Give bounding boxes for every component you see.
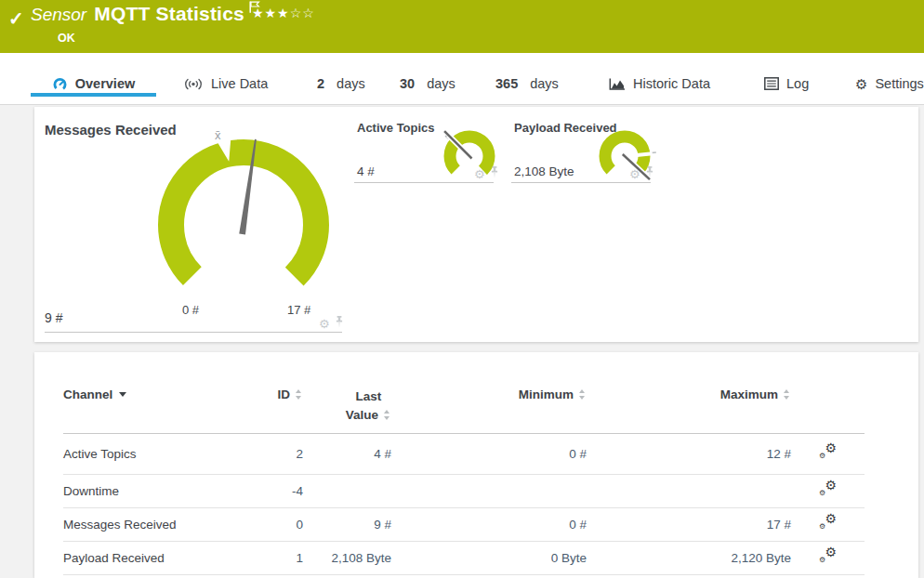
messages-received-gauge — [151, 132, 337, 318]
table-header-row: Channel ID LastValue Minimum Maximum — [63, 386, 865, 433]
payload-received-value: 2,108 Byte — [514, 164, 574, 178]
tab-settings[interactable]: ⚙ Settings — [855, 63, 924, 104]
area-chart-icon — [609, 77, 626, 91]
gauges-panel: Messages Received x̄ 0 # 17 # 9 # ⚙ Acti… — [34, 107, 918, 342]
tab-label: days — [530, 76, 559, 91]
column-label: Last — [355, 389, 381, 403]
broadcast-icon — [183, 77, 204, 91]
channel-maximum: 12 # — [587, 433, 791, 474]
widget-pin-icon[interactable] — [335, 315, 344, 332]
gear-icon: ⚙ — [855, 77, 867, 91]
channel-name[interactable]: Messages Received — [63, 507, 240, 541]
gauge-icon — [52, 76, 68, 92]
column-label: Channel — [63, 388, 112, 401]
gear-icon: ⚙ — [825, 545, 837, 558]
widget-pin-icon[interactable] — [645, 165, 654, 182]
sort-icon[interactable] — [783, 389, 791, 400]
widget-gear-icon[interactable]: ⚙ — [319, 318, 330, 330]
channel-maximum: 17 # — [587, 507, 791, 541]
column-header-channel[interactable]: Channel — [63, 386, 240, 433]
tab-label: Overview — [75, 76, 136, 91]
sensor-header: ✓ SensorMQTT Statistics ★★★☆☆ OK — [0, 0, 924, 53]
column-header-maximum[interactable]: Maximum — [587, 386, 791, 433]
column-header-actions — [791, 386, 865, 433]
gear-icon: ⚙ — [819, 453, 825, 460]
table-row[interactable]: Active Topics 2 4 # 0 # 12 # ⚙⚙ — [63, 433, 865, 474]
stars-filled[interactable]: ★★★ — [252, 6, 290, 20]
channel-settings-button[interactable]: ⚙⚙ — [819, 548, 837, 564]
gear-icon: ⚙ — [819, 523, 825, 531]
channel-name[interactable]: Downtime — [63, 474, 240, 507]
log-list-icon — [764, 77, 779, 90]
channel-id: 0 — [240, 507, 303, 541]
channel-last-value — [303, 474, 391, 507]
sort-icon[interactable] — [295, 389, 303, 400]
gear-icon: ⚙ — [825, 512, 837, 525]
tab-number: 365 — [495, 76, 518, 91]
widget-divider — [45, 332, 342, 333]
tab-label: Log — [786, 76, 809, 91]
channel-minimum: 0 # — [391, 433, 587, 474]
widget-pin-icon[interactable] — [490, 165, 499, 182]
channel-settings-button[interactable]: ⚙⚙ — [819, 515, 837, 531]
tab-live-data[interactable]: Live Data — [183, 63, 268, 104]
channel-last-value: 2,108 Byte — [303, 541, 391, 574]
widget-gear-icon[interactable]: ⚙ — [629, 168, 640, 180]
column-label: Value — [346, 408, 378, 422]
gear-icon: ⚙ — [825, 441, 837, 454]
sensor-title: MQTT Statistics — [94, 3, 244, 24]
tab-label: Settings — [875, 76, 923, 91]
active-topics-title: Active Topics — [357, 121, 435, 135]
tab-365-days[interactable]: 365 days — [495, 63, 559, 104]
gear-icon: ⚙ — [825, 479, 837, 492]
column-header-last-value[interactable]: LastValue — [303, 386, 391, 433]
table-row[interactable]: Downtime -4 ⚙⚙ — [63, 474, 865, 507]
gear-icon: ⚙ — [819, 490, 825, 497]
channel-name[interactable]: Active Topics — [63, 433, 240, 474]
column-header-minimum[interactable]: Minimum — [391, 386, 587, 433]
channel-settings-button[interactable]: ⚙⚙ — [819, 481, 837, 497]
tab-historic-data[interactable]: Historic Data — [609, 63, 710, 104]
sort-icon[interactable] — [578, 389, 587, 400]
tab-bar: Overview Live Data 2 days 30 days 365 da… — [0, 53, 924, 105]
channel-maximum: 2,120 Byte — [587, 541, 791, 574]
tab-log[interactable]: Log — [764, 63, 809, 104]
active-topics-controls: ⚙ — [474, 165, 499, 182]
widget-gear-icon[interactable]: ⚙ — [474, 168, 485, 180]
gauge-max-label: 17 # — [287, 303, 310, 317]
column-label: Minimum — [519, 388, 574, 401]
main-gauge-current-value: 9 # — [45, 310, 62, 325]
sort-icon[interactable] — [383, 410, 391, 420]
channel-last-value: 9 # — [303, 507, 391, 541]
channel-minimum: 0 Byte — [391, 541, 587, 574]
gauge-min-label: 0 # — [182, 303, 199, 317]
channel-settings-button[interactable]: ⚙⚙ — [819, 444, 837, 460]
tab-label: Historic Data — [633, 76, 710, 91]
channels-panel: Channel ID LastValue Minimum Maximum Act… — [34, 352, 918, 578]
main-gauge-controls: ⚙ — [319, 315, 344, 332]
channels-table: Channel ID LastValue Minimum Maximum Act… — [63, 386, 865, 575]
tab-label: Live Data — [211, 76, 268, 91]
tab-label: days — [427, 76, 455, 91]
widget-divider — [354, 182, 494, 183]
table-row[interactable]: Messages Received 0 9 # 0 # 17 # ⚙⚙ — [63, 507, 865, 541]
chevron-down-icon[interactable] — [119, 392, 126, 397]
tab-overview[interactable]: Overview — [31, 63, 156, 104]
channel-id: 2 — [240, 433, 303, 474]
channel-minimum: 0 # — [391, 507, 587, 541]
status-ok-check-icon: ✓ — [8, 7, 24, 30]
tab-2-days[interactable]: 2 days — [317, 63, 365, 104]
channel-name[interactable]: Payload Received — [63, 541, 240, 574]
column-label: ID — [278, 388, 291, 401]
table-row[interactable]: Payload Received 1 2,108 Byte 0 Byte 2,1… — [63, 541, 865, 574]
column-header-id[interactable]: ID — [240, 386, 303, 433]
channel-last-value: 4 # — [303, 433, 391, 474]
tab-number: 30 — [400, 76, 415, 91]
priority-stars[interactable]: ★★★☆☆ — [252, 6, 315, 20]
channel-id: 1 — [240, 541, 303, 574]
tab-30-days[interactable]: 30 days — [400, 63, 455, 104]
object-kind-label: Sensor — [31, 5, 86, 24]
gear-icon: ⚙ — [819, 557, 825, 564]
stars-empty[interactable]: ☆☆ — [290, 6, 315, 20]
payload-received-controls: ⚙ — [629, 165, 654, 182]
